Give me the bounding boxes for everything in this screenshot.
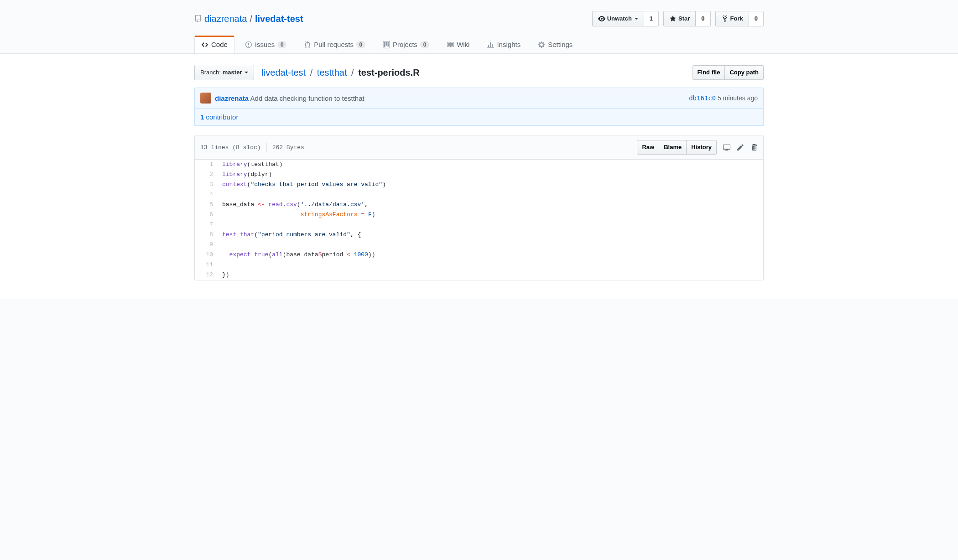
branch-select[interactable]: Branch: master	[194, 65, 254, 80]
contributors-link[interactable]: 1 contributor	[200, 113, 238, 121]
tab-insights[interactable]: Insights	[480, 36, 527, 53]
code-line	[218, 240, 763, 250]
file-size: 262 Bytes	[272, 144, 304, 151]
eye-icon	[598, 15, 605, 22]
code-line: })	[218, 270, 763, 280]
fork-button[interactable]: Fork	[715, 11, 749, 26]
star-group: Star 0	[663, 11, 711, 26]
repo-icon	[194, 15, 202, 22]
line-number[interactable]: 3	[195, 180, 218, 190]
fork-count[interactable]: 0	[749, 11, 764, 26]
caret-down-icon	[635, 18, 638, 21]
commit-author-link[interactable]: diazrenata	[215, 94, 249, 102]
code-line: base_data <- read.csv('../data/data.csv'…	[218, 200, 763, 210]
project-icon	[383, 41, 390, 48]
commit-sha-link[interactable]: db161c0	[689, 94, 716, 102]
pencil-icon[interactable]	[737, 144, 744, 151]
line-number[interactable]: 8	[195, 230, 218, 240]
line-number[interactable]: 7	[195, 220, 218, 230]
caret-down-icon	[245, 72, 248, 75]
code-line	[218, 260, 763, 270]
tab-wiki[interactable]: Wiki	[440, 36, 476, 53]
star-count[interactable]: 0	[696, 11, 710, 26]
copy-path-button[interactable]: Copy path	[725, 65, 764, 80]
tab-code[interactable]: Code	[194, 36, 234, 53]
file-lines: 13 lines (8 sloc)	[200, 144, 261, 151]
blame-button[interactable]: Blame	[659, 140, 687, 155]
breadcrumb-dir[interactable]: testthat	[317, 67, 347, 78]
breadcrumb-file: test-periods.R	[358, 67, 419, 78]
line-number[interactable]: 11	[195, 260, 218, 270]
tab-issues[interactable]: Issues 0	[238, 36, 293, 53]
line-number[interactable]: 1	[195, 160, 218, 170]
watch-group: Unwatch 1	[592, 11, 659, 26]
code-icon	[201, 41, 208, 48]
tab-projects[interactable]: Projects 0	[376, 36, 436, 53]
book-icon	[447, 41, 454, 48]
desktop-icon[interactable]	[723, 144, 730, 151]
watch-count[interactable]: 1	[644, 11, 659, 26]
line-number[interactable]: 4	[195, 190, 218, 200]
breadcrumb-root[interactable]: livedat-test	[261, 67, 306, 78]
unwatch-button[interactable]: Unwatch	[592, 11, 644, 26]
code-line: context("checks that period values are v…	[218, 180, 763, 190]
issue-icon	[245, 41, 252, 48]
tab-pulls[interactable]: Pull requests 0	[297, 36, 372, 53]
code-line: expect_true(all(base_data$period < 1000)…	[218, 250, 763, 260]
line-number[interactable]: 6	[195, 210, 218, 220]
code-line	[218, 190, 763, 200]
fork-group: Fork 0	[715, 11, 764, 26]
line-number[interactable]: 2	[195, 170, 218, 180]
graph-icon	[487, 41, 494, 48]
line-number[interactable]: 12	[195, 270, 218, 280]
star-icon	[669, 15, 677, 22]
avatar[interactable]	[200, 93, 211, 104]
line-number[interactable]: 10	[195, 250, 218, 260]
code-line: library(testthat)	[218, 160, 763, 170]
code-blob: 1library(testthat)2library(dplyr)3contex…	[195, 160, 763, 280]
fork-icon	[721, 15, 729, 22]
line-number[interactable]: 5	[195, 200, 218, 210]
code-line: stringsAsFactors = F)	[218, 210, 763, 220]
pull-request-icon	[304, 41, 311, 48]
repo-nav: Code Issues 0 Pull requests 0 Projects 0…	[194, 36, 764, 53]
repo-owner-link[interactable]: diazrenata	[204, 14, 247, 24]
projects-count: 0	[420, 41, 429, 48]
commit-time: 5 minutes ago	[718, 94, 758, 102]
find-file-button[interactable]: Find file	[692, 65, 725, 80]
trash-icon[interactable]	[750, 144, 758, 151]
pulls-count: 0	[356, 41, 365, 48]
breadcrumb: livedat-test / testthat / test-periods.R	[261, 67, 419, 78]
commit-message[interactable]: Add data checking function to testthat	[250, 94, 364, 102]
code-line: library(dplyr)	[218, 170, 763, 180]
repo-name-link[interactable]: livedat-test	[255, 14, 303, 24]
raw-button[interactable]: Raw	[637, 140, 659, 155]
code-line: test_that("period numbers are valid", {	[218, 230, 763, 240]
tab-settings[interactable]: Settings	[531, 36, 579, 53]
history-button[interactable]: History	[687, 140, 717, 155]
issues-count: 0	[277, 41, 286, 48]
gear-icon	[538, 41, 545, 48]
code-line	[218, 220, 763, 230]
star-button[interactable]: Star	[663, 11, 696, 26]
line-number[interactable]: 9	[195, 240, 218, 250]
